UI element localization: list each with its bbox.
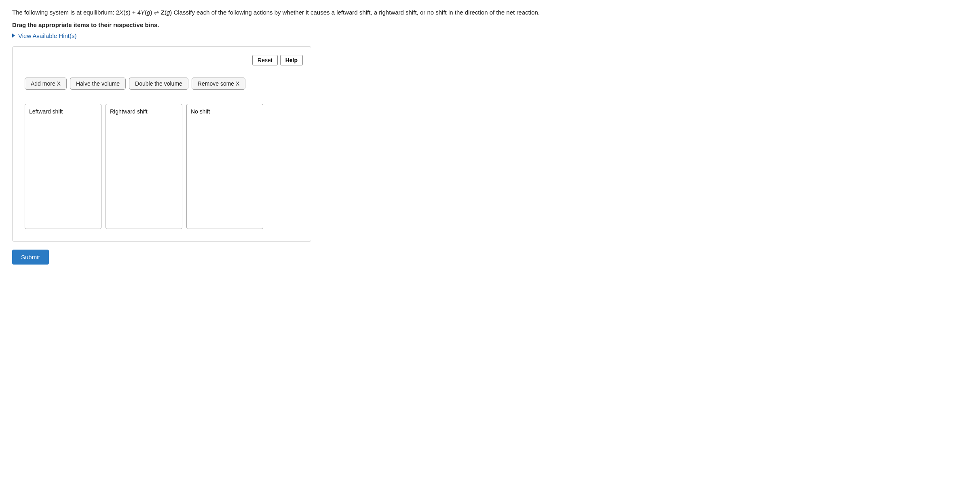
question-text: The following system is at equilibrium: … [12, 8, 968, 17]
drop-zone-no-shift-label: No shift [191, 108, 259, 115]
drop-zone-leftward[interactable]: Leftward shift [25, 104, 101, 229]
drag-item-add-more-x[interactable]: Add more X [25, 78, 67, 90]
help-button[interactable]: Help [280, 55, 303, 65]
reset-button[interactable]: Reset [252, 55, 278, 65]
drag-item-double-volume[interactable]: Double the volume [129, 78, 188, 90]
drop-zone-no-shift[interactable]: No shift [186, 104, 263, 229]
hint-arrow-icon [12, 34, 15, 38]
main-container: Reset Help Add more X Halve the volume D… [12, 46, 311, 242]
drag-item-halve-volume[interactable]: Halve the volume [70, 78, 126, 90]
submit-button[interactable]: Submit [12, 250, 49, 265]
draggable-items-area: Add more X Halve the volume Double the v… [21, 78, 303, 90]
instruction-text: Drag the appropriate items to their resp… [12, 21, 968, 28]
drop-zone-rightward-label: Rightward shift [110, 108, 178, 115]
top-buttons: Reset Help [21, 55, 303, 65]
drop-zone-leftward-label: Leftward shift [29, 108, 97, 115]
drag-item-remove-some-x[interactable]: Remove some X [192, 78, 245, 90]
drop-zone-rightward[interactable]: Rightward shift [106, 104, 182, 229]
drop-zones-area: Leftward shift Rightward shift No shift [21, 104, 303, 229]
hint-link-label: View Available Hint(s) [18, 32, 77, 39]
hint-link[interactable]: View Available Hint(s) [12, 32, 968, 39]
